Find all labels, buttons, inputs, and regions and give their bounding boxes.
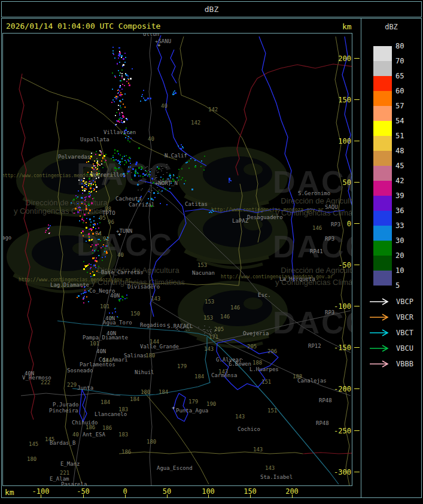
city-grid-pixel — [204, 335, 205, 336]
echo-pixel — [229, 179, 230, 181]
echo-pixel — [105, 154, 106, 155]
right-axis-tick — [354, 347, 360, 348]
right-axis-label: -300 — [334, 468, 351, 476]
echo-pixel — [118, 53, 120, 54]
echo-pixel — [134, 175, 136, 177]
echo-pixel — [82, 190, 83, 191]
echo-pixel — [102, 158, 104, 159]
dbz-scale-value: 60 — [395, 87, 404, 95]
echo-pixel — [126, 162, 127, 163]
echo-pixel — [112, 89, 113, 90]
echo-pixel — [88, 233, 90, 235]
map-place-label: Carrizal — [129, 202, 154, 208]
vector-arrow-vbct — [369, 329, 394, 336]
echo-pixel — [173, 92, 174, 93]
echo-pixel — [78, 190, 79, 192]
echo-pixel — [124, 53, 126, 54]
echo-pixel — [140, 101, 141, 102]
station-cross-marker: + — [157, 42, 160, 48]
city-grid-pixel — [176, 329, 178, 330]
echo-pixel — [97, 168, 98, 169]
echo-pixel — [92, 275, 93, 277]
echo-pixel — [121, 73, 123, 74]
city-grid-pixel — [131, 172, 132, 173]
echo-pixel — [121, 161, 123, 162]
city-grid-pixel — [178, 330, 179, 331]
echo-pixel — [181, 179, 182, 180]
map-place-label: 153 — [197, 263, 207, 268]
vector-arrow-vbcr — [369, 314, 394, 321]
echo-pixel — [114, 167, 116, 169]
map-place-label: 40N — [105, 316, 115, 321]
echo-pixel — [83, 220, 84, 221]
map-place-label: Carmensa — [211, 373, 237, 378]
map-place-label: 145 — [29, 442, 38, 447]
map-place-label: 186 — [86, 425, 95, 430]
echo-pixel — [96, 271, 98, 272]
echo-pixel — [194, 166, 196, 168]
dacc-watermark-tagline: Dirección de Agricultura — [281, 196, 352, 205]
map-place-label: Regadios — [140, 323, 166, 328]
echo-pixel — [99, 239, 100, 240]
echo-pixel — [122, 113, 123, 114]
echo-pixel — [118, 70, 119, 71]
echo-pixel — [127, 173, 128, 174]
timestamp-label: 2026/01/14 01:04:00 UTC Composite — [6, 22, 160, 31]
city-grid-pixel — [141, 166, 142, 167]
bottom-axis-tick — [208, 494, 209, 498]
map-place-label: 184 — [101, 400, 110, 405]
echo-pixel — [93, 163, 94, 165]
echo-pixel — [92, 271, 93, 272]
echo-pixel — [127, 75, 129, 77]
echo-pixel — [105, 256, 106, 257]
vector-arrow-vbbb — [369, 360, 394, 368]
map-place-label: RP48 — [319, 398, 332, 403]
echo-pixel — [86, 207, 87, 208]
map-place-label: 180 — [145, 353, 155, 359]
dbz-scale-block — [373, 91, 392, 106]
echo-pixel — [80, 210, 81, 211]
echo-pixel — [142, 176, 144, 177]
echo-pixel — [83, 268, 85, 270]
echo-pixel — [84, 204, 86, 205]
echo-pixel — [87, 265, 89, 266]
echo-pixel — [187, 162, 188, 163]
map-place-label: 143 — [204, 347, 214, 352]
echo-pixel — [81, 186, 83, 188]
echo-pixel — [182, 146, 183, 147]
echo-pixel — [119, 113, 120, 114]
echo-pixel — [120, 117, 121, 119]
station-cross-marker: + — [118, 232, 121, 237]
echo-pixel — [178, 145, 179, 147]
map-place-label: 143 — [151, 296, 160, 302]
echo-pixel — [169, 188, 171, 189]
echo-pixel — [119, 300, 120, 302]
echo-pixel — [89, 238, 90, 239]
echo-pixel — [121, 89, 123, 90]
echo-pixel — [118, 163, 120, 164]
map-place-label: E.Bowen — [229, 362, 251, 367]
echo-pixel — [93, 224, 94, 225]
bottom-axis-tick — [83, 494, 84, 498]
echo-pixel — [182, 177, 183, 178]
echo-pixel — [112, 155, 114, 156]
map-place-label: 142 — [208, 107, 218, 113]
map-place-label: Junta — [77, 385, 93, 391]
dbz-scale-block — [373, 121, 392, 136]
echo-pixel — [158, 168, 160, 169]
echo-pixel — [89, 236, 90, 238]
echo-pixel — [115, 115, 116, 116]
echo-pixel — [138, 167, 140, 169]
bottom-axis-tick — [125, 494, 126, 498]
right-axis-label: -250 — [334, 427, 351, 435]
right-axis-tick — [354, 223, 360, 224]
boundary-line — [21, 77, 177, 160]
city-grid-pixel — [152, 183, 153, 184]
map-place-label: 40 — [148, 136, 154, 142]
city-grid-pixel — [138, 184, 139, 185]
echo-pixel — [84, 190, 86, 192]
echo-pixel — [82, 217, 83, 218]
map-place-label: RP3 — [325, 310, 334, 315]
echo-pixel — [119, 51, 120, 52]
echo-pixel — [170, 177, 171, 178]
